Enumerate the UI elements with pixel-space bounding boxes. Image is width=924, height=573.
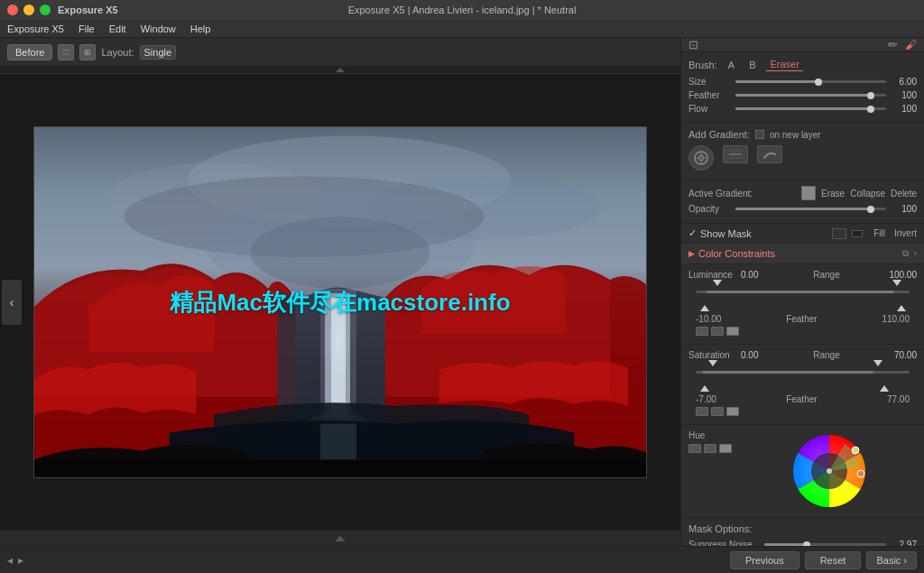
menu-item-app[interactable]: Exposure X5 (7, 23, 64, 34)
photo-svg (34, 127, 646, 477)
mask-color-swatch[interactable] (832, 228, 846, 239)
luminance-feather-label: Feather (786, 314, 817, 324)
saturation-range-slider[interactable] (696, 364, 910, 382)
color-constraints-header[interactable]: ▶ Color Constraints ⧉ › (681, 244, 924, 264)
pencil-icon[interactable]: ✏ (888, 38, 898, 51)
sat-icon-2[interactable] (711, 407, 724, 416)
layout-dropdown[interactable]: Single (140, 45, 177, 60)
size-slider-row: Size 6.00 (688, 77, 917, 87)
brush-section: Brush: A B Eraser Size 6.00 Feather (681, 52, 924, 124)
basic-button[interactable]: Basic › (866, 551, 917, 569)
menu-item-window[interactable]: Window (141, 23, 176, 34)
hue-wheel[interactable] (789, 430, 870, 512)
feather-slider-row: Feather 100 (688, 90, 917, 100)
bottom-bar-right: Previous Reset Basic › (730, 551, 917, 569)
flow-slider[interactable] (735, 107, 886, 110)
collapse-arrow-top[interactable] (336, 68, 345, 72)
lum-icon-1[interactable] (696, 327, 708, 336)
hue-icons-row (688, 444, 732, 453)
feather-slider[interactable] (735, 94, 886, 97)
saturation-range-labels: -7.00 Feather 77.00 (688, 394, 917, 404)
brush-tab-a[interactable]: A (725, 59, 738, 71)
minimize-button[interactable] (23, 5, 34, 15)
opacity-label: Opacity (688, 204, 732, 214)
luminance-min-label: -10.00 (696, 314, 721, 324)
close-button[interactable] (7, 5, 18, 15)
saturation-range-label: Range (768, 350, 885, 360)
menu-item-file[interactable]: File (79, 23, 95, 34)
add-gradient-row: Add Gradient: on new layer (688, 129, 917, 140)
cc-expand-icon: ▶ (688, 249, 695, 258)
collapse-link[interactable]: Collapse (850, 189, 885, 199)
view-icon-1[interactable]: □ (58, 44, 74, 60)
maximize-button[interactable] (40, 5, 51, 15)
lum-icon-2[interactable] (711, 327, 724, 336)
sat-icon-3[interactable] (726, 407, 739, 416)
hue-icon-3[interactable] (719, 444, 732, 453)
panel-left-icons: ⊡ (688, 38, 698, 51)
mask-swatch-2[interactable] (852, 230, 863, 237)
cc-copy-icon[interactable]: ⧉ (902, 248, 909, 259)
saturation-min-label: -7.00 (696, 394, 716, 404)
size-slider[interactable] (735, 80, 886, 83)
previous-button[interactable]: Previous (730, 551, 799, 569)
opacity-value: 100 (890, 204, 917, 214)
luminance-range-label: Range (768, 270, 885, 280)
flow-label: Flow (688, 104, 732, 114)
menu-item-help[interactable]: Help (190, 23, 211, 34)
linear-gradient-icon[interactable] (723, 145, 748, 163)
on-new-layer-checkbox[interactable] (755, 130, 764, 139)
app-name: Exposure X5 (58, 5, 118, 15)
luminance-value: 0.00 (741, 270, 768, 280)
suppress-noise-label: Suppress Noise (688, 540, 761, 546)
feather-value: 100 (890, 90, 917, 100)
bottom-reset-button[interactable]: Reset (805, 551, 862, 569)
luminance-range-slider[interactable] (696, 283, 910, 301)
brush-tab-b[interactable]: B (745, 59, 759, 71)
svg-point-23 (857, 470, 864, 477)
bottom-next-icon[interactable]: ▸ (18, 554, 23, 567)
layout-label: Layout: (101, 47, 134, 58)
size-label: Size (688, 77, 732, 87)
fill-link[interactable]: Fill (873, 228, 885, 238)
cc-next-icon[interactable]: › (914, 248, 917, 259)
window-title: Exposure X5 | Andrea Livieri - iceland.j… (348, 5, 577, 15)
hue-left: Hue (688, 430, 732, 453)
saturation-upper-slider[interactable] (696, 384, 910, 394)
saturation-section: Saturation 0.00 Range 70.00 (681, 345, 924, 425)
brush-tab-eraser[interactable]: Eraser (766, 58, 802, 71)
sat-icon-1[interactable] (696, 407, 708, 416)
hue-icon-2[interactable] (704, 444, 716, 453)
saturation-header: Saturation 0.00 Range 70.00 (688, 350, 917, 360)
menu-item-edit[interactable]: Edit (109, 23, 126, 34)
invert-link[interactable]: Invert (894, 228, 917, 238)
flow-value: 100 (890, 104, 917, 114)
opacity-slider[interactable] (735, 208, 886, 210)
brush-stroke-icon[interactable] (757, 145, 782, 163)
view-icon-2[interactable]: ⊞ (79, 44, 96, 60)
show-mask-row: ✓ Show Mask Fill Invert (681, 224, 924, 244)
bottom-prev-icon[interactable]: ◂ (7, 554, 13, 567)
crop-icon[interactable]: ⊡ (688, 38, 698, 51)
opacity-slider-row: Opacity 100 (688, 204, 917, 214)
nav-arrow-left[interactable]: ‹ (2, 280, 22, 325)
saturation-range-value: 70.00 (885, 350, 917, 360)
hue-section: Hue (681, 425, 924, 518)
lum-icon-3[interactable] (726, 327, 739, 336)
color-constraints-title: Color Constraints (698, 248, 899, 259)
svg-rect-9 (331, 298, 346, 415)
gradient-icons (688, 145, 917, 171)
panel-toolbar: ⊡ ✏ 🖌 (681, 38, 924, 52)
brush-icon[interactable]: 🖌 (905, 38, 917, 51)
delete-link[interactable]: Delete (891, 189, 917, 199)
hue-icon-1[interactable] (688, 444, 701, 453)
luminance-upper-slider[interactable] (696, 303, 910, 314)
gradient-color-swatch[interactable] (801, 186, 816, 200)
erase-link[interactable]: Erase (821, 189, 845, 199)
show-mask-checkmark[interactable]: ✓ (688, 227, 697, 239)
before-button[interactable]: Before (7, 44, 52, 60)
radial-gradient-icon[interactable] (688, 145, 714, 171)
svg-point-22 (852, 447, 859, 454)
suppress-noise-slider[interactable] (764, 543, 886, 546)
luminance-label: Luminance (688, 270, 741, 280)
